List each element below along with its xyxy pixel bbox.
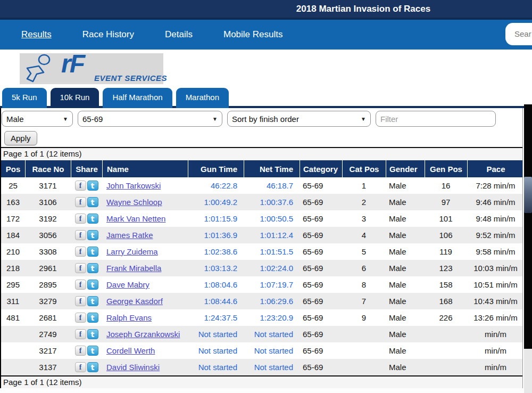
category-cell: 65-69: [300, 342, 342, 359]
runner-name-link[interactable]: Wayne Schloop: [106, 198, 162, 207]
table-row: 3217ftCordell WerthNot startedNot starte…: [1, 342, 522, 359]
pace-value: 9:48 min/m: [476, 214, 515, 223]
twitter-share-icon[interactable]: t: [87, 247, 98, 257]
filter-panel: Male ▼ 65-69 ▼ Sort by finish order ▼ Fi…: [1, 108, 522, 147]
twitter-share-icon[interactable]: t: [87, 313, 98, 323]
twitter-share-icon[interactable]: t: [87, 230, 98, 240]
filter-input[interactable]: Filter: [376, 111, 496, 127]
facebook-share-icon[interactable]: f: [75, 197, 86, 207]
runner-name-link[interactable]: Mark Van Netten: [106, 214, 165, 223]
gen-pos-value: 101: [439, 214, 452, 223]
gun-time-cell: 46:22.8: [188, 177, 244, 194]
net-time-cell: Not started: [244, 359, 300, 375]
logo-wordmark: rF: [61, 49, 84, 78]
runner-name-link[interactable]: Joseph Grzankowski: [106, 330, 180, 339]
nav-item-race-history[interactable]: Race History: [82, 29, 134, 40]
pace-cell: 9:46 min/m: [467, 194, 524, 210]
cat-pos-cell: 3: [342, 210, 386, 227]
runner-name-link[interactable]: Ralph Evans: [106, 313, 152, 322]
share-cell: ft: [71, 194, 102, 210]
tab-half-marathon[interactable]: Half Marathon: [103, 88, 172, 108]
gen-pos-value: 97: [442, 198, 451, 207]
pace-cell: 10:51 min/m: [467, 276, 524, 293]
runner-name-link[interactable]: Frank Mirabella: [106, 264, 161, 273]
gender-value: Male: [389, 247, 406, 256]
facebook-share-icon[interactable]: f: [75, 313, 86, 323]
vertical-scrollbar[interactable]: [524, 104, 532, 349]
race-no-cell: 3279: [25, 293, 71, 309]
column-header-net-time: Net Time: [244, 160, 300, 177]
twitter-share-icon[interactable]: t: [87, 296, 98, 306]
share-cell: ft: [71, 260, 102, 276]
gender-select[interactable]: Male ▼: [2, 111, 73, 127]
cat-pos-value: 5: [362, 247, 366, 256]
chevron-down-icon: ▼: [361, 116, 366, 122]
gen-pos-value: 119: [439, 247, 452, 256]
gen-pos-cell: 226: [425, 309, 467, 326]
category-cell: 65-69: [300, 177, 342, 194]
search-input[interactable]: Sear: [505, 23, 532, 45]
scrollbar-thumb[interactable]: [524, 177, 532, 213]
column-header-category: Category: [300, 160, 342, 177]
table-row: 1633106ftWayne Schloop1:00:49.21:00:37.6…: [1, 194, 522, 210]
gun-time-value: 1:01:36.9: [204, 231, 237, 240]
nav-item-details[interactable]: Details: [165, 29, 193, 40]
facebook-share-icon[interactable]: f: [75, 329, 86, 339]
share-cell: ft: [71, 309, 102, 326]
category-select[interactable]: 65-69 ▼: [78, 111, 222, 127]
twitter-share-icon[interactable]: t: [87, 181, 98, 191]
gender-value: Male: [389, 313, 406, 322]
runner-name-link[interactable]: Cordell Werth: [106, 346, 155, 355]
facebook-share-icon[interactable]: f: [75, 280, 86, 290]
gender-value: Male: [389, 280, 406, 289]
pace-cell: 7:28 min/m: [467, 177, 524, 194]
facebook-share-icon[interactable]: f: [75, 230, 86, 240]
tab-marathon[interactable]: Marathon: [176, 88, 229, 108]
twitter-share-icon[interactable]: t: [87, 197, 98, 207]
twitter-share-icon[interactable]: t: [87, 280, 98, 290]
share-cell: ft: [71, 227, 102, 243]
runner-name-link[interactable]: Larry Zuidema: [106, 247, 158, 256]
facebook-share-icon[interactable]: f: [75, 296, 86, 306]
gun-time-cell: 1:03:13.2: [188, 260, 244, 276]
gun-time-value: 46:22.8: [211, 181, 237, 190]
facebook-share-icon[interactable]: f: [75, 214, 86, 224]
pos-value: 295: [6, 280, 20, 289]
gun-time-value: 1:02:38.6: [204, 247, 237, 256]
runner-name-link[interactable]: John Tarkowski: [106, 181, 161, 190]
facebook-share-icon[interactable]: f: [75, 362, 86, 372]
category-cell: 65-69: [300, 227, 342, 243]
pagination-info-bottom: Page 1 of 1 (12 items): [1, 375, 522, 388]
gender-cell: Male: [386, 293, 425, 309]
facebook-share-icon[interactable]: f: [75, 247, 86, 257]
runner-name-link[interactable]: George Kasdorf: [106, 297, 163, 306]
tab-5k-run[interactable]: 5k Run: [2, 88, 47, 108]
cat-pos-value: 2: [362, 198, 366, 207]
cat-pos-value: 7: [362, 297, 366, 306]
twitter-share-icon[interactable]: t: [87, 214, 98, 224]
category-cell: 65-69: [300, 260, 342, 276]
sort-select[interactable]: Sort by finish order ▼: [227, 111, 371, 127]
twitter-share-icon[interactable]: t: [87, 263, 98, 273]
facebook-share-icon[interactable]: f: [75, 346, 86, 356]
facebook-share-icon[interactable]: f: [75, 181, 86, 191]
table-row: 2182961ftFrank Mirabella1:03:13.21:02:24…: [1, 260, 522, 276]
race-no-cell: 3192: [25, 210, 71, 227]
twitter-share-icon[interactable]: t: [87, 346, 98, 356]
nav-item-results[interactable]: Results: [21, 29, 52, 40]
pos-cell: [1, 342, 25, 359]
share-cell: ft: [71, 326, 102, 342]
runner-name-link[interactable]: James Ratke: [106, 231, 153, 240]
net-time-cell: 1:00:37.6: [244, 194, 300, 210]
twitter-share-icon[interactable]: t: [87, 362, 98, 372]
facebook-share-icon[interactable]: f: [75, 263, 86, 273]
race-no-value: 3171: [39, 181, 56, 190]
runner-name-link[interactable]: Dave Mabry: [106, 280, 149, 289]
twitter-share-icon[interactable]: t: [87, 329, 98, 339]
apply-button[interactable]: Apply: [4, 131, 37, 145]
tab-10k-run[interactable]: 10k Run: [51, 88, 99, 108]
nav-item-mobile-results[interactable]: Mobile Results: [223, 29, 283, 40]
runner-name-link[interactable]: David Sliwinski: [106, 363, 160, 372]
pos-value: 184: [6, 231, 20, 240]
pace-cell: 9:52 min/m: [467, 227, 524, 243]
